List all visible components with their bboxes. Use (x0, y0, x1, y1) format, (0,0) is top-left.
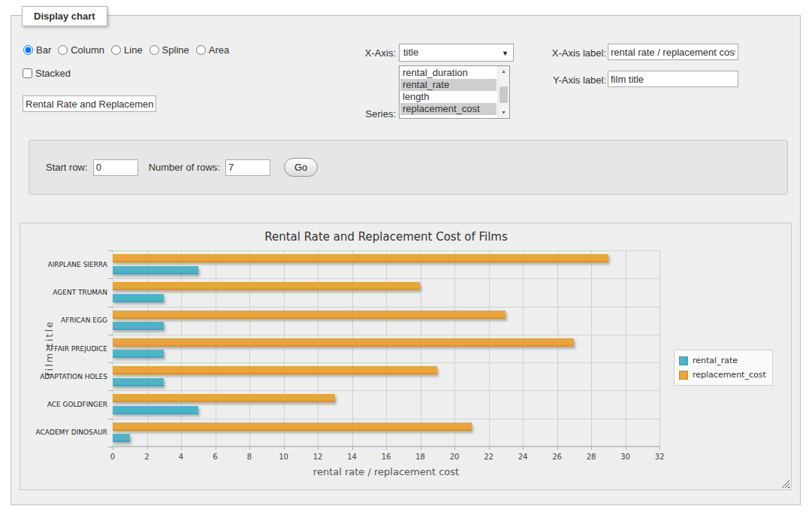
stacked-checkbox[interactable] (23, 68, 32, 78)
gridline-vertical (454, 250, 455, 446)
chart-type-radio-area[interactable] (196, 45, 206, 55)
y-tick-mark (108, 278, 113, 279)
x-tick-label: 2 (144, 453, 149, 461)
chart-type-option-area[interactable]: Area (196, 44, 229, 56)
bar-replacement_cost (113, 254, 608, 262)
chart-type-label: Bar (36, 44, 51, 56)
bar-replacement_cost (113, 311, 506, 319)
x-tick-label: 12 (313, 453, 323, 461)
panel-legend: Display chart (22, 6, 107, 26)
chart-type-option-bar[interactable]: Bar (23, 44, 51, 56)
x-axis-select[interactable]: title ▼ (399, 44, 514, 62)
category-label: ACE GOLDFINGER (20, 400, 107, 409)
category-label: ACADEMY DINOSAUR (20, 428, 107, 437)
series-select-label: Series: (328, 108, 396, 120)
start-row-label: Start row: (46, 162, 88, 173)
chart-type-option-line[interactable]: Line (111, 44, 143, 56)
y-tick-mark (108, 447, 113, 447)
scroll-down-icon[interactable]: ▼ (498, 108, 509, 118)
bar-rental_rate (113, 266, 198, 274)
x-tick-label: 20 (450, 453, 460, 461)
y-tick-mark (108, 250, 113, 251)
start-row-input[interactable] (93, 159, 138, 176)
gridline-horizontal (113, 447, 660, 447)
stacked-checkbox-row[interactable]: Stacked (23, 68, 71, 79)
scroll-up-icon[interactable]: ▲ (498, 66, 509, 77)
chart-type-radio-bar[interactable] (23, 45, 33, 55)
gridline-horizontal (113, 335, 660, 335)
x-tick-label: 22 (484, 453, 494, 461)
gridline-vertical (489, 250, 490, 446)
series-option-replacement_cost[interactable]: replacement_cost (400, 103, 497, 115)
chart-type-option-column[interactable]: Column (58, 44, 104, 56)
scrollbar-thumb[interactable] (500, 86, 508, 103)
x-tick-label: 0 (110, 453, 115, 461)
x-tick-label: 24 (518, 453, 528, 461)
chart-type-option-spline[interactable]: Spline (149, 44, 189, 56)
y-tick-mark (108, 335, 113, 335)
y-axis-label-label: Y-Axis label: (519, 74, 606, 86)
gridline-horizontal (113, 390, 660, 391)
go-button[interactable]: Go (284, 158, 318, 177)
legend-item-rental_rate[interactable]: rental_rate (679, 353, 766, 368)
num-rows-label: Number of rows: (149, 162, 220, 173)
x-tick-label: 8 (247, 453, 252, 461)
gridline-vertical (216, 250, 216, 446)
x-tick-label: 32 (655, 453, 665, 461)
series-option-rental_duration[interactable]: rental_duration (400, 67, 497, 79)
chart-type-radio-line[interactable] (111, 45, 121, 55)
gridline-horizontal (113, 362, 660, 363)
resize-handle-icon[interactable] (781, 480, 789, 488)
plot-area (113, 250, 660, 447)
x-axis-label-input[interactable] (608, 44, 738, 60)
x-axis-label-label: X-Axis label: (519, 47, 606, 59)
chart-type-label: Column (71, 44, 104, 56)
series-option-rental_rate[interactable]: rental_rate (400, 79, 497, 91)
gridline-vertical (523, 250, 524, 446)
bar-rental_rate (113, 378, 164, 386)
gridline-vertical (591, 250, 592, 446)
legend-swatch (679, 356, 688, 365)
gridline-horizontal (113, 250, 660, 251)
y-axis-label-input[interactable] (608, 71, 738, 87)
x-tick-label: 16 (382, 453, 391, 461)
gridline-vertical (386, 250, 387, 446)
x-axis-selected-value: title (403, 47, 418, 58)
chart-type-label: Area (209, 44, 229, 56)
chart-x-axis-title: rental rate / replacement cost (113, 466, 660, 477)
gridline-vertical (147, 250, 148, 446)
chart-type-radio-column[interactable] (58, 45, 68, 55)
legend-item-replacement_cost[interactable]: replacement_cost (679, 368, 766, 382)
bar-replacement_cost (113, 423, 472, 431)
chart-type-radio-spline[interactable] (149, 45, 159, 55)
display-chart-panel: Display chart BarColumnLineSplineArea St… (11, 15, 801, 505)
series-option-length[interactable]: length (400, 91, 497, 103)
bar-replacement_cost (113, 282, 420, 290)
gridline-horizontal (113, 278, 660, 279)
category-label: AIRPLANE SIERRA (20, 260, 107, 269)
gridline-vertical (181, 250, 182, 446)
bar-rental_rate (113, 322, 164, 330)
gridline-vertical (318, 250, 318, 446)
series-scrollbar[interactable]: ▲ ▼ (497, 66, 509, 118)
stacked-label: Stacked (35, 68, 71, 79)
gridline-horizontal (113, 419, 660, 420)
chart-title-input[interactable] (23, 95, 156, 112)
x-tick-label: 30 (620, 453, 630, 461)
gridline-vertical (626, 250, 626, 446)
category-label: AFFAIR PREJUDICE (20, 344, 107, 353)
series-listbox[interactable]: rental_durationrental_ratelengthreplacem… (399, 65, 510, 119)
x-tick-label: 10 (279, 453, 288, 461)
x-axis-select-label: X-Axis: (328, 47, 396, 59)
x-tick-label: 26 (552, 453, 562, 461)
y-tick-mark (108, 419, 113, 420)
x-tick-label: 6 (213, 453, 217, 461)
legend-swatch (679, 371, 688, 380)
gridline-vertical (284, 250, 285, 446)
bar-rental_rate (113, 434, 130, 442)
num-rows-input[interactable] (225, 159, 270, 176)
legend-label: replacement_cost (693, 370, 766, 380)
gridline-vertical (421, 250, 421, 446)
gridline-vertical (557, 250, 558, 446)
category-label: AFRICAN EGG (20, 316, 107, 325)
